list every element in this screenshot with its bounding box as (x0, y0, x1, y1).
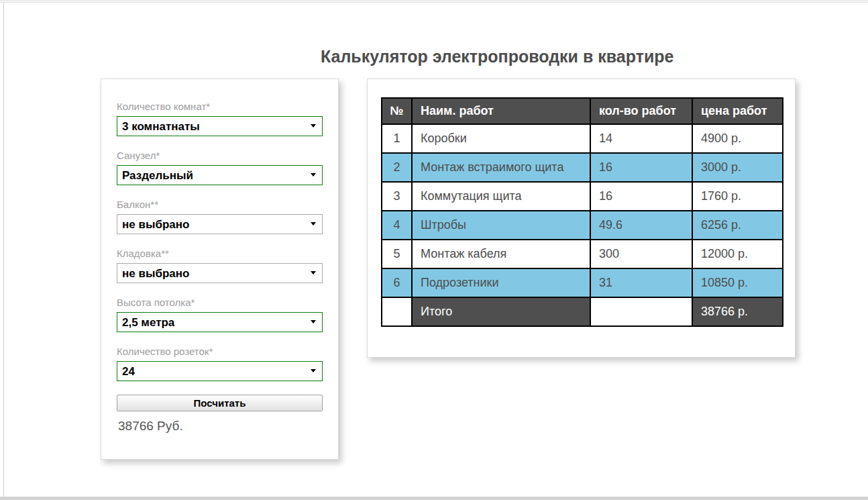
calculator-form-panel: Количество комнат* 3 комнатнаты Санузел*… (101, 79, 339, 460)
cell-work-name: Монтаж кабеля (412, 240, 590, 268)
table-total-row: Итого 38766 р. (382, 297, 783, 326)
cell-work-qty: 49.6 (590, 211, 692, 240)
cell-work-price: 10850 р. (692, 268, 783, 297)
header-work-name: Наим. работ (412, 98, 590, 124)
table-row: 4 Штробы 49.6 6256 р. (382, 211, 783, 240)
cell-work-name: Штробы (412, 211, 590, 240)
cell-work-name: Монтаж встраимого щита (412, 153, 590, 182)
balcony-label: Балкон** (117, 199, 323, 210)
field-bathroom: Санузел* Раздельный (117, 150, 323, 185)
cell-work-price: 6256 р. (692, 211, 783, 240)
storeroom-select[interactable]: не выбрано (117, 263, 323, 283)
works-table: № Наим. работ кол-во работ цена работ 1 … (381, 97, 783, 327)
ceiling-height-select[interactable]: 2,5 метра (117, 312, 323, 332)
bathroom-label: Санузел* (117, 150, 323, 161)
cell-work-price: 12000 р. (692, 240, 783, 268)
cell-work-qty: 300 (590, 240, 692, 268)
balcony-select[interactable]: не выбрано (117, 214, 323, 234)
works-table-panel: № Наим. работ кол-во работ цена работ 1 … (367, 79, 796, 358)
cell-work-qty: 16 (590, 182, 692, 211)
cell-work-qty: 16 (590, 153, 692, 182)
cell-work-name: Подрозетники (412, 268, 590, 297)
field-storeroom: Кладовка** не выбрано (117, 248, 323, 283)
field-ceiling-height: Высота потолка* 2,5 метра (117, 297, 323, 332)
cell-number: 6 (382, 268, 412, 297)
table-row: 6 Подрозетники 31 10850 р. (382, 268, 783, 297)
page-left-edge (3, 3, 4, 497)
total-label-cell: Итого (412, 297, 590, 326)
cell-work-price: 3000 р. (692, 153, 783, 182)
field-sockets: Количество розеток* 24 (117, 346, 323, 381)
ceiling-height-label: Высота потолка* (117, 297, 323, 308)
cell-blank (590, 297, 692, 326)
cell-number: 4 (382, 211, 412, 240)
cell-blank (382, 297, 412, 326)
page-bottom-edge (0, 497, 868, 500)
cell-work-name: Коммутация щита (412, 182, 590, 211)
cell-number: 3 (382, 182, 412, 211)
cell-number: 1 (382, 124, 412, 153)
cell-work-price: 1760 р. (692, 182, 783, 211)
page-title: Калькулятор электропроводки в квартире (321, 47, 673, 66)
rooms-label: Количество комнат* (117, 101, 323, 112)
cell-work-price: 4900 р. (692, 124, 783, 153)
header-work-price: цена работ (692, 98, 783, 124)
sockets-label: Количество розеток* (117, 346, 323, 357)
cell-work-name: Коробки (412, 124, 590, 153)
sockets-select[interactable]: 24 (117, 361, 323, 381)
table-row: 2 Монтаж встраимого щита 16 3000 р. (382, 153, 783, 182)
header-number: № (382, 98, 412, 124)
total-value-cell: 38766 р. (692, 297, 783, 326)
table-row: 3 Коммутация щита 16 1760 р. (382, 182, 783, 211)
field-balcony: Балкон** не выбрано (117, 199, 323, 234)
table-header-row: № Наим. работ кол-во работ цена работ (382, 98, 783, 124)
storeroom-label: Кладовка** (117, 248, 323, 259)
cell-work-qty: 14 (590, 124, 692, 153)
cell-work-qty: 31 (590, 268, 692, 297)
cell-number: 2 (382, 153, 412, 182)
total-result-text: 38766 Руб. (118, 419, 323, 434)
cell-number: 5 (382, 240, 412, 268)
page-top-edge (0, 0, 868, 3)
bathroom-select[interactable]: Раздельный (117, 165, 323, 185)
field-rooms: Количество комнат* 3 комнатнаты (117, 101, 323, 136)
table-row: 5 Монтаж кабеля 300 12000 р. (382, 240, 783, 268)
calculate-button[interactable]: Посчитать (117, 395, 323, 411)
rooms-select[interactable]: 3 комнатнаты (117, 116, 323, 136)
table-row: 1 Коробки 14 4900 р. (382, 124, 783, 153)
header-work-qty: кол-во работ (590, 98, 692, 124)
